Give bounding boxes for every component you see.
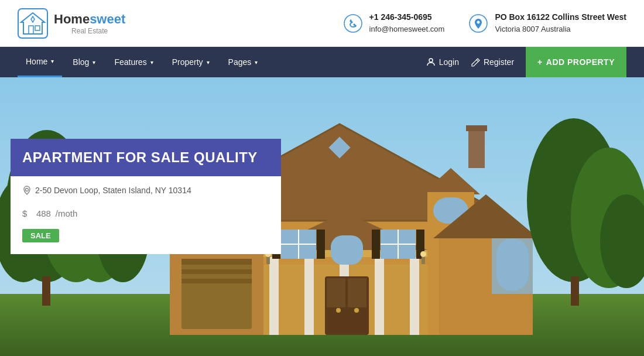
top-bar: Homesweet Real Estate +1 246-345-0695 in… [0, 0, 644, 47]
svg-rect-36 [331, 235, 363, 265]
nav-property-label: Property [172, 57, 203, 67]
svg-point-6 [470, 15, 487, 32]
login-label: Login [439, 57, 459, 67]
svg-rect-53 [496, 238, 529, 291]
add-icon: + [537, 57, 543, 67]
edit-icon [471, 57, 480, 67]
add-property-button[interactable]: + ADD PROPERTY [526, 47, 626, 77]
user-icon [426, 57, 436, 67]
nav-pages-label: Pages [228, 57, 252, 67]
svg-rect-24 [269, 253, 279, 335]
nav-right: Login Register + ADD PROPERTY [426, 47, 626, 77]
svg-rect-21 [181, 279, 252, 283]
price-value: 488 [36, 208, 51, 218]
svg-rect-56 [466, 125, 487, 131]
nav-features-chevron: ▾ [150, 59, 153, 66]
svg-rect-64 [571, 276, 579, 306]
svg-marker-4 [31, 16, 35, 22]
price-unit: /moth [56, 208, 78, 218]
location-icon [468, 13, 489, 34]
svg-rect-25 [304, 253, 314, 335]
svg-rect-57 [266, 256, 270, 264]
svg-point-60 [420, 251, 426, 257]
logo-text: Homesweet Real Estate [54, 12, 125, 35]
nav-blog[interactable]: Blog ▾ [64, 47, 104, 77]
nav-left: Home ▾ Blog ▾ Features ▾ Property ▾ Page… [18, 47, 266, 77]
price-symbol: $ [22, 208, 27, 218]
phone-number: +1 246-345-0695 [369, 12, 432, 22]
add-property-label: ADD PROPERTY [546, 57, 615, 67]
phone-icon [342, 13, 364, 34]
login-button[interactable]: Login [426, 57, 459, 67]
nav-home-chevron: ▾ [51, 58, 54, 64]
nav-pages[interactable]: Pages ▾ [220, 47, 266, 77]
hero: APARTMENT FOR SALE QUALITY 2-50 Devon Lo… [0, 77, 644, 356]
svg-point-34 [336, 308, 341, 313]
nav-features-label: Features [114, 57, 146, 67]
nav-blog-label: Blog [73, 57, 89, 67]
svg-rect-33 [348, 278, 366, 307]
register-button[interactable]: Register [471, 57, 514, 67]
address-text: PO Box 16122 Collins Street West Victori… [495, 11, 626, 35]
nav-property-chevron: ▾ [207, 59, 210, 66]
svg-rect-13 [42, 276, 50, 306]
logo-icon [18, 8, 48, 39]
address-line2: Victoria 8007 Australia [495, 25, 570, 33]
hero-price: $ 488 /moth [22, 202, 269, 221]
svg-rect-2 [29, 26, 33, 34]
register-label: Register [484, 57, 514, 67]
contact-area: +1 246-345-0695 info@homesweet.com PO Bo… [342, 11, 626, 35]
svg-rect-19 [181, 259, 252, 265]
email: info@homesweet.com [369, 25, 445, 33]
logo-sweet: sweet [90, 12, 125, 26]
nav-pages-chevron: ▾ [255, 59, 258, 66]
hero-address: 2-50 Devon Loop, Staten Island, NY 10314 [22, 186, 269, 195]
address-line1: PO Box 16122 Collins Street West [495, 12, 626, 22]
logo-home: Home [54, 12, 90, 26]
nav-home-label: Home [26, 57, 47, 66]
svg-rect-59 [422, 256, 425, 264]
svg-rect-27 [375, 253, 384, 335]
svg-rect-20 [181, 269, 252, 274]
nav-home[interactable]: Home ▾ [18, 47, 62, 77]
nav-blog-chevron: ▾ [93, 59, 95, 66]
hero-card: APARTMENT FOR SALE QUALITY 2-50 Devon Lo… [11, 139, 281, 254]
logo-subtitle: Real Estate [54, 27, 125, 35]
address-contact: PO Box 16122 Collins Street West Victori… [468, 11, 626, 35]
hero-card-body: 2-50 Devon Loop, Staten Island, NY 10314… [11, 176, 281, 254]
svg-rect-45 [372, 230, 380, 259]
logo[interactable]: Homesweet Real Estate [18, 8, 125, 39]
svg-point-5 [344, 15, 362, 32]
svg-rect-28 [410, 253, 419, 335]
map-pin-icon [22, 186, 32, 195]
svg-point-67 [26, 189, 29, 191]
hero-card-title: APARTMENT FOR SALE QUALITY [11, 139, 281, 176]
phone-text: +1 246-345-0695 info@homesweet.com [369, 11, 445, 35]
svg-rect-3 [35, 26, 40, 30]
svg-rect-55 [468, 127, 485, 168]
address-display: 2-50 Devon Loop, Staten Island, NY 10314 [35, 186, 191, 195]
svg-rect-41 [317, 230, 325, 259]
phone-contact: +1 246-345-0695 info@homesweet.com [342, 11, 445, 35]
svg-point-35 [354, 308, 359, 313]
svg-point-7 [429, 59, 433, 62]
nav-property[interactable]: Property ▾ [164, 47, 218, 77]
svg-rect-32 [327, 278, 345, 307]
navbar: Home ▾ Blog ▾ Features ▾ Property ▾ Page… [0, 47, 644, 77]
nav-features[interactable]: Features ▾ [106, 47, 161, 77]
sale-badge: SALE [22, 229, 59, 242]
